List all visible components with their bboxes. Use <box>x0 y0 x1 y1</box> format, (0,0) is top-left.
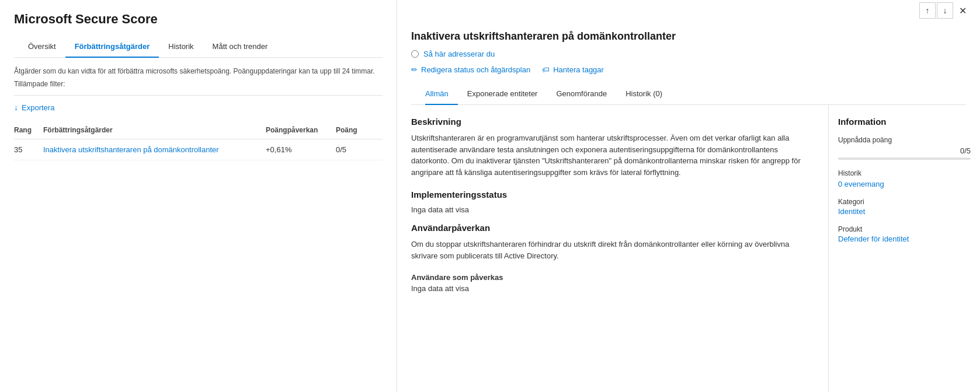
description: Åtgärder som du kan vidta för att förbät… <box>14 67 383 75</box>
category-value: Identitet <box>838 207 971 216</box>
user-impact-text: Om du stoppar utskriftshanteraren förhin… <box>411 239 814 261</box>
export-label: Exportera <box>22 103 54 112</box>
address-radio[interactable] <box>411 50 419 58</box>
achieved-points-label: Uppnådda poäng <box>838 136 971 144</box>
close-button[interactable]: ✕ <box>954 2 971 19</box>
product-value: Defender för identitet <box>838 235 971 243</box>
radio-row: Så här adresserar du <box>411 50 966 58</box>
achieved-points-row: 0/5 <box>838 146 971 155</box>
affected-users-value: Inga data att visa <box>411 284 814 293</box>
right-tabs: Allmän Exponerade entiteter Genomförande… <box>411 83 966 105</box>
implementation-title: Implementeringsstatus <box>411 190 814 200</box>
row-rank: 35 <box>14 145 43 154</box>
left-panel: Microsoft Secure Score Översikt Förbättr… <box>0 0 397 392</box>
right-panel: ↑ ↓ ✕ Inaktivera utskriftshanteraren på … <box>397 0 980 392</box>
affected-users-label: Användare som påverkas <box>411 273 814 282</box>
nav-down-button[interactable]: ↓ <box>937 2 953 19</box>
export-button[interactable]: ↓ Exportera <box>14 100 54 114</box>
table-row[interactable]: 35 Inaktivera utskriftshanteraren på dom… <box>14 139 383 160</box>
pencil-icon: ✏ <box>411 65 418 74</box>
col-improvement: Förbättringsåtgärder <box>43 126 266 134</box>
info-category: Kategori Identitet <box>838 198 971 216</box>
history-value: 0 evenemang <box>838 180 971 188</box>
tag-label: Hantera taggar <box>553 65 604 74</box>
action-row: ✏ Redigera status och åtgärdsplan 🏷 Hant… <box>411 65 966 74</box>
divider <box>14 95 383 96</box>
download-icon: ↓ <box>14 103 18 112</box>
right-header: Inaktivera utskriftshanteraren på domänk… <box>397 21 980 105</box>
product-label: Produkt <box>838 225 971 233</box>
address-label: Så här adresserar du <box>423 50 495 58</box>
right-body: Beskrivning Utskriftshanteraren är en pr… <box>397 105 980 392</box>
tab-history[interactable]: Historik (0) <box>616 83 672 105</box>
nav-up-button[interactable]: ↑ <box>919 2 936 19</box>
table-header: Rang Förbättringsåtgärder Poängpåverkan … <box>14 121 383 139</box>
col-rank: Rang <box>14 126 43 134</box>
progress-bar <box>838 158 971 160</box>
edit-action[interactable]: ✏ Redigera status och åtgärdsplan <box>411 65 530 74</box>
tab-history[interactable]: Historik <box>159 36 203 58</box>
info-achieved-points: Uppnådda poäng 0/5 <box>838 136 971 160</box>
info-product: Produkt Defender för identitet <box>838 225 971 243</box>
main-content: Beskrivning Utskriftshanteraren är en pr… <box>397 105 828 392</box>
left-tabs: Översikt Förbättringsåtgärder Historik M… <box>14 36 383 58</box>
filter-label: Tillämpade filter: <box>14 80 383 88</box>
tag-action[interactable]: 🏷 Hantera taggar <box>542 65 604 74</box>
left-body: Åtgärder som du kan vidta för att förbät… <box>0 58 397 392</box>
category-label: Kategori <box>838 198 971 206</box>
tab-general[interactable]: Allmän <box>425 83 458 105</box>
description-title: Beskrivning <box>411 117 814 127</box>
left-header: Microsoft Secure Score Översikt Förbättr… <box>0 0 397 58</box>
tab-improvements[interactable]: Förbättringsåtgärder <box>65 36 159 58</box>
row-improvement[interactable]: Inaktivera utskriftshanteraren på domänk… <box>43 145 266 154</box>
tab-metrics[interactable]: Mått och trender <box>203 36 277 58</box>
description-text: Utskriftshanteraren är en programvarutjä… <box>411 132 814 178</box>
info-history: Historik 0 evenemang <box>838 169 971 188</box>
col-points: Poäng <box>336 126 383 134</box>
row-score-impact: +0,61% <box>266 145 336 154</box>
info-sidebar: Information Uppnådda poäng 0/5 Historik … <box>828 105 980 392</box>
tab-exposed[interactable]: Exponerade entiteter <box>458 83 547 105</box>
right-panel-title: Inaktivera utskriftshanteraren på domänk… <box>411 30 966 43</box>
tab-overview[interactable]: Översikt <box>28 36 65 58</box>
achieved-points-score: 0/5 <box>960 146 971 155</box>
nav-top-bar: ↑ ↓ ✕ <box>397 0 980 21</box>
history-label: Historik <box>838 169 971 177</box>
user-impact-title: Användarpåverkan <box>411 223 814 233</box>
tag-icon: 🏷 <box>542 65 550 74</box>
row-points: 0/5 <box>336 145 383 154</box>
col-score-impact: Poängpåverkan <box>266 126 336 134</box>
edit-label: Redigera status och åtgärdsplan <box>421 65 530 74</box>
page-title: Microsoft Secure Score <box>14 12 383 27</box>
tab-implementation[interactable]: Genomförande <box>547 83 616 105</box>
info-title: Information <box>838 117 971 127</box>
implementation-no-data: Inga data att visa <box>411 205 814 214</box>
